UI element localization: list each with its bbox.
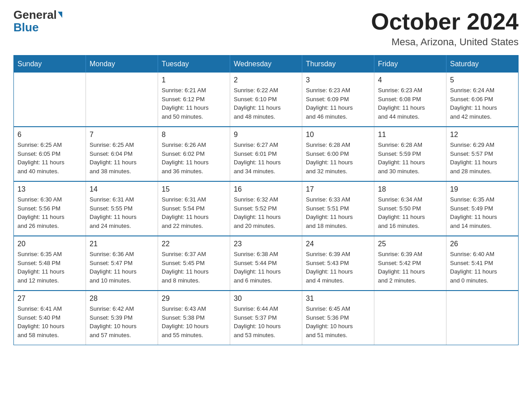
week-row-2: 6Sunrise: 6:25 AM Sunset: 6:05 PM Daylig… — [14, 127, 519, 181]
page-header: General Blue October 2024 Mesa, Arizona,… — [13, 9, 519, 48]
day-number: 27 — [17, 295, 82, 303]
logo-line-general: General — [13, 9, 62, 21]
day-info: Sunrise: 6:45 AM Sunset: 5:36 PM Dayligh… — [306, 304, 370, 339]
day-info: Sunrise: 6:39 AM Sunset: 5:43 PM Dayligh… — [306, 250, 370, 285]
day-info: Sunrise: 6:21 AM Sunset: 6:12 PM Dayligh… — [162, 86, 226, 121]
header-sunday: Sunday — [14, 56, 86, 73]
calendar-cell: 28Sunrise: 6:42 AM Sunset: 5:39 PM Dayli… — [86, 291, 158, 345]
header-friday: Friday — [374, 56, 446, 73]
day-info: Sunrise: 6:28 AM Sunset: 5:59 PM Dayligh… — [378, 141, 442, 176]
calendar-cell: 22Sunrise: 6:37 AM Sunset: 5:45 PM Dayli… — [158, 236, 230, 291]
calendar-cell: 19Sunrise: 6:35 AM Sunset: 5:49 PM Dayli… — [446, 181, 519, 236]
day-info: Sunrise: 6:22 AM Sunset: 6:10 PM Dayligh… — [234, 86, 298, 121]
day-number: 1 — [162, 76, 226, 84]
day-number: 9 — [234, 131, 298, 139]
calendar-cell: 9Sunrise: 6:27 AM Sunset: 6:01 PM Daylig… — [230, 127, 302, 181]
day-number: 16 — [234, 185, 298, 193]
day-info: Sunrise: 6:23 AM Sunset: 6:08 PM Dayligh… — [378, 86, 442, 121]
day-info: Sunrise: 6:33 AM Sunset: 5:51 PM Dayligh… — [306, 195, 370, 230]
day-info: Sunrise: 6:25 AM Sunset: 6:04 PM Dayligh… — [90, 141, 154, 176]
month-title: October 2024 — [371, 9, 519, 34]
logo-blue-text: Blue — [13, 21, 39, 34]
day-number: 28 — [90, 295, 154, 303]
day-number: 18 — [378, 185, 442, 193]
day-number: 22 — [162, 240, 226, 248]
day-info: Sunrise: 6:25 AM Sunset: 6:05 PM Dayligh… — [17, 141, 82, 176]
calendar-cell: 27Sunrise: 6:41 AM Sunset: 5:40 PM Dayli… — [14, 291, 86, 345]
day-number: 5 — [450, 76, 515, 84]
day-info: Sunrise: 6:28 AM Sunset: 6:00 PM Dayligh… — [306, 141, 370, 176]
logo-triangle-icon — [58, 12, 62, 18]
calendar-table: SundayMondayTuesdayWednesdayThursdayFrid… — [13, 55, 519, 345]
day-number: 26 — [450, 240, 515, 248]
calendar-cell: 30Sunrise: 6:44 AM Sunset: 5:37 PM Dayli… — [230, 291, 302, 345]
day-number: 23 — [234, 240, 298, 248]
logo-general-text: General — [13, 9, 57, 21]
calendar-cell: 29Sunrise: 6:43 AM Sunset: 5:38 PM Dayli… — [158, 291, 230, 345]
day-info: Sunrise: 6:31 AM Sunset: 5:54 PM Dayligh… — [162, 195, 226, 230]
calendar-cell: 10Sunrise: 6:28 AM Sunset: 6:00 PM Dayli… — [302, 127, 374, 181]
calendar-cell: 1Sunrise: 6:21 AM Sunset: 6:12 PM Daylig… — [158, 73, 230, 127]
calendar-cell: 5Sunrise: 6:24 AM Sunset: 6:06 PM Daylig… — [446, 73, 519, 127]
calendar-cell: 16Sunrise: 6:32 AM Sunset: 5:52 PM Dayli… — [230, 181, 302, 236]
calendar-cell: 14Sunrise: 6:31 AM Sunset: 5:55 PM Dayli… — [86, 181, 158, 236]
day-number: 19 — [450, 185, 515, 193]
calendar-cell: 11Sunrise: 6:28 AM Sunset: 5:59 PM Dayli… — [374, 127, 446, 181]
header-tuesday: Tuesday — [158, 56, 230, 73]
day-number: 7 — [90, 131, 154, 139]
week-row-3: 13Sunrise: 6:30 AM Sunset: 5:56 PM Dayli… — [14, 181, 519, 236]
calendar-cell: 24Sunrise: 6:39 AM Sunset: 5:43 PM Dayli… — [302, 236, 374, 291]
calendar-cell: 6Sunrise: 6:25 AM Sunset: 6:05 PM Daylig… — [14, 127, 86, 181]
day-info: Sunrise: 6:23 AM Sunset: 6:09 PM Dayligh… — [306, 86, 370, 121]
days-of-week-row: SundayMondayTuesdayWednesdayThursdayFrid… — [14, 56, 519, 73]
calendar-cell: 7Sunrise: 6:25 AM Sunset: 6:04 PM Daylig… — [86, 127, 158, 181]
day-number: 20 — [17, 240, 82, 248]
header-wednesday: Wednesday — [230, 56, 302, 73]
day-info: Sunrise: 6:40 AM Sunset: 5:41 PM Dayligh… — [450, 250, 515, 285]
calendar-cell — [86, 73, 158, 127]
calendar-cell: 4Sunrise: 6:23 AM Sunset: 6:08 PM Daylig… — [374, 73, 446, 127]
calendar-cell: 31Sunrise: 6:45 AM Sunset: 5:36 PM Dayli… — [302, 291, 374, 345]
day-info: Sunrise: 6:43 AM Sunset: 5:38 PM Dayligh… — [162, 304, 226, 339]
day-number: 21 — [90, 240, 154, 248]
header-thursday: Thursday — [302, 56, 374, 73]
calendar-cell: 17Sunrise: 6:33 AM Sunset: 5:51 PM Dayli… — [302, 181, 374, 236]
calendar-header: SundayMondayTuesdayWednesdayThursdayFrid… — [14, 56, 519, 73]
calendar-cell: 20Sunrise: 6:35 AM Sunset: 5:48 PM Dayli… — [14, 236, 86, 291]
calendar-cell — [374, 291, 446, 345]
day-info: Sunrise: 6:24 AM Sunset: 6:06 PM Dayligh… — [450, 86, 515, 121]
logo: General Blue — [13, 9, 62, 34]
day-number: 17 — [306, 185, 370, 193]
day-info: Sunrise: 6:42 AM Sunset: 5:39 PM Dayligh… — [90, 304, 154, 339]
day-info: Sunrise: 6:35 AM Sunset: 5:48 PM Dayligh… — [17, 250, 82, 285]
calendar-cell — [14, 73, 86, 127]
calendar-cell: 15Sunrise: 6:31 AM Sunset: 5:54 PM Dayli… — [158, 181, 230, 236]
day-info: Sunrise: 6:29 AM Sunset: 5:57 PM Dayligh… — [450, 141, 515, 176]
day-info: Sunrise: 6:39 AM Sunset: 5:42 PM Dayligh… — [378, 250, 442, 285]
day-info: Sunrise: 6:30 AM Sunset: 5:56 PM Dayligh… — [17, 195, 82, 230]
day-number: 25 — [378, 240, 442, 248]
day-number: 11 — [378, 131, 442, 139]
day-info: Sunrise: 6:41 AM Sunset: 5:40 PM Dayligh… — [17, 304, 82, 339]
calendar-cell: 21Sunrise: 6:36 AM Sunset: 5:47 PM Dayli… — [86, 236, 158, 291]
day-number: 30 — [234, 295, 298, 303]
calendar-cell: 8Sunrise: 6:26 AM Sunset: 6:02 PM Daylig… — [158, 127, 230, 181]
header-monday: Monday — [86, 56, 158, 73]
header-saturday: Saturday — [446, 56, 519, 73]
location-title: Mesa, Arizona, United States — [371, 36, 519, 48]
day-info: Sunrise: 6:31 AM Sunset: 5:55 PM Dayligh… — [90, 195, 154, 230]
day-info: Sunrise: 6:34 AM Sunset: 5:50 PM Dayligh… — [378, 195, 442, 230]
day-number: 14 — [90, 185, 154, 193]
day-number: 4 — [378, 76, 442, 84]
day-number: 29 — [162, 295, 226, 303]
day-info: Sunrise: 6:38 AM Sunset: 5:44 PM Dayligh… — [234, 250, 298, 285]
logo-line-blue: Blue — [13, 21, 39, 34]
day-number: 10 — [306, 131, 370, 139]
day-number: 13 — [17, 185, 82, 193]
calendar-cell: 3Sunrise: 6:23 AM Sunset: 6:09 PM Daylig… — [302, 73, 374, 127]
day-number: 24 — [306, 240, 370, 248]
calendar-cell: 26Sunrise: 6:40 AM Sunset: 5:41 PM Dayli… — [446, 236, 519, 291]
calendar-cell: 2Sunrise: 6:22 AM Sunset: 6:10 PM Daylig… — [230, 73, 302, 127]
day-number: 8 — [162, 131, 226, 139]
calendar-cell: 25Sunrise: 6:39 AM Sunset: 5:42 PM Dayli… — [374, 236, 446, 291]
